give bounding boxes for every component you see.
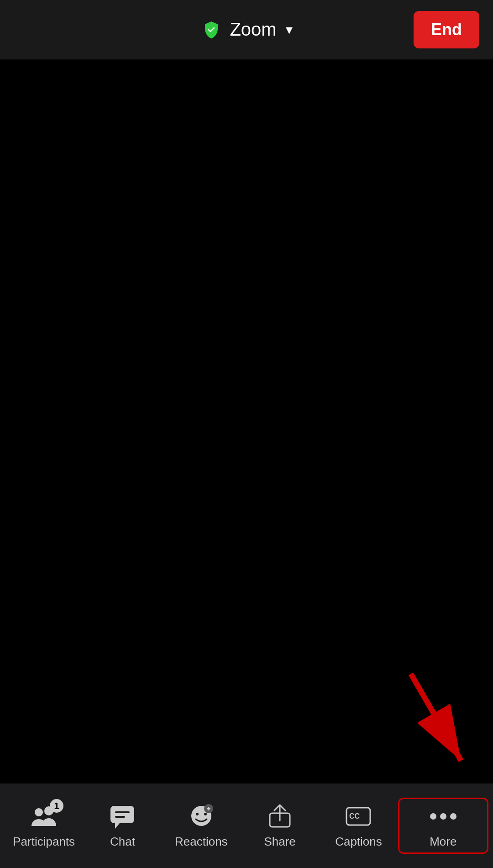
zoom-title-area[interactable]: Zoom ▾ xyxy=(200,19,292,41)
captions-icon: CC xyxy=(342,803,374,830)
svg-marker-5 xyxy=(115,823,120,829)
toolbar-item-chat[interactable]: Chat xyxy=(83,798,162,853)
svg-point-2 xyxy=(35,808,43,816)
chat-icon xyxy=(106,803,138,830)
svg-rect-13 xyxy=(208,807,210,810)
dot-2 xyxy=(440,813,446,820)
reactions-icon xyxy=(185,803,217,830)
dot-3 xyxy=(450,813,456,820)
svg-rect-4 xyxy=(110,806,134,823)
zoom-label: Zoom xyxy=(230,19,276,40)
shield-icon xyxy=(200,19,222,41)
toolbar-item-share[interactable]: Share xyxy=(241,798,319,853)
bottom-toolbar: 1 Participants Chat xyxy=(0,783,493,868)
more-icon xyxy=(427,803,459,830)
participants-icon: 1 xyxy=(28,803,60,830)
chevron-down-icon: ▾ xyxy=(286,21,293,37)
svg-point-10 xyxy=(204,813,207,815)
participants-label: Participants xyxy=(13,835,75,849)
chat-label: Chat xyxy=(110,835,135,849)
toolbar-item-more[interactable]: More xyxy=(398,798,488,854)
reactions-label: Reactions xyxy=(175,835,228,849)
participants-badge: 1 xyxy=(50,799,63,813)
dot-1 xyxy=(430,813,436,820)
more-label: More xyxy=(430,835,456,849)
toolbar-item-reactions[interactable]: Reactions xyxy=(162,798,241,853)
end-button[interactable]: End xyxy=(414,11,479,48)
svg-point-9 xyxy=(196,813,199,815)
svg-rect-7 xyxy=(115,816,125,818)
toolbar-item-participants[interactable]: 1 Participants xyxy=(5,798,83,853)
toolbar-item-captions[interactable]: CC Captions xyxy=(319,798,398,853)
svg-rect-6 xyxy=(115,811,130,813)
video-area xyxy=(0,59,493,783)
svg-text:CC: CC xyxy=(349,812,360,820)
header: Zoom ▾ End xyxy=(0,0,493,59)
share-label: Share xyxy=(264,835,295,849)
captions-label: Captions xyxy=(335,835,382,849)
share-icon xyxy=(264,803,296,830)
